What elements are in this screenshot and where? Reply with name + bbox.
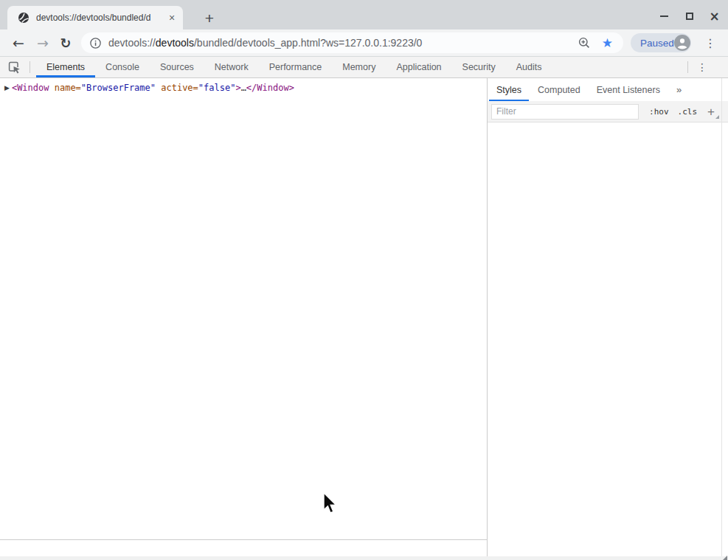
devtools-toolbar-right: ⋮ — [687, 57, 728, 77]
url-host: devtools — [156, 37, 194, 49]
page-info-icon[interactable] — [90, 38, 101, 49]
tab-console[interactable]: Console — [95, 57, 150, 77]
url-path: /bundled/devtools_app.html?ws=127.0.0.1:… — [194, 37, 422, 49]
browser-toolbar: ← → ↻ devtools://devtools/bundled/devtoo… — [0, 30, 728, 57]
reload-button[interactable]: ↻ — [56, 30, 75, 56]
profile-avatar-icon — [674, 35, 690, 51]
window-close-button[interactable]: × — [710, 12, 719, 21]
window-close-icon: × — [709, 12, 719, 21]
globe-favicon-icon — [18, 12, 30, 24]
sidebar-tabs: Styles Computed Event Listeners » — [488, 78, 728, 101]
close-tag: </Window> — [246, 83, 294, 93]
tab-computed[interactable]: Computed — [530, 78, 588, 101]
tab-event-listeners[interactable]: Event Listeners — [589, 78, 668, 101]
attr2-name: active= — [156, 83, 198, 93]
browser-tab[interactable]: devtools://devtools/bundled/d × — [7, 6, 183, 30]
resize-grip-icon[interactable] — [723, 556, 727, 560]
window-minimize-button[interactable] — [659, 12, 669, 21]
attr2-value: "false" — [198, 83, 236, 93]
devtools-panel-tabs: Elements Console Sources Network Perform… — [36, 57, 552, 77]
tab-styles[interactable]: Styles — [489, 78, 529, 101]
bookmark-star-icon[interactable]: ★ — [602, 35, 613, 50]
new-tab-button[interactable]: + — [199, 8, 220, 29]
sidebar-scrollbar-gutter[interactable] — [721, 78, 722, 556]
devtools-menu-icon[interactable]: ⋮ — [693, 57, 712, 77]
url-text[interactable]: devtools://devtools/bundled/devtools_app… — [108, 37, 422, 49]
profile-paused-chip[interactable]: Paused — [631, 33, 691, 52]
window-controls: × — [659, 6, 719, 27]
new-style-rule-button[interactable]: + — [707, 106, 715, 118]
elements-breadcrumb-bar — [0, 541, 487, 556]
tab-elements[interactable]: Elements — [36, 57, 95, 77]
tab-application[interactable]: Application — [386, 57, 451, 77]
inspect-element-icon[interactable] — [3, 57, 25, 77]
toolbar-divider — [30, 61, 30, 73]
tab-sources[interactable]: Sources — [150, 57, 204, 77]
dropdown-corner-icon — [715, 115, 719, 119]
sidebar-overflow-icon[interactable]: » — [670, 78, 687, 101]
devtools-toolbar: Elements Console Sources Network Perform… — [0, 57, 728, 78]
toolbar-divider — [687, 61, 688, 73]
element-classes-button[interactable]: .cls — [678, 107, 698, 117]
window-bottom-edge — [0, 556, 728, 560]
tab-close-icon[interactable]: × — [165, 11, 178, 24]
back-button[interactable]: ← — [9, 30, 28, 56]
styles-filter-bar: :hov .cls + — [488, 101, 728, 122]
elements-tree-pane[interactable]: ▶<Window name="BrowserFrame" active="fal… — [0, 78, 487, 540]
attr1-value: "BrowserFrame" — [81, 83, 156, 93]
tab-memory[interactable]: Memory — [332, 57, 386, 77]
toggle-element-state-button[interactable]: :hov — [649, 107, 669, 117]
collapsed-ellipsis[interactable]: … — [241, 83, 246, 93]
browser-menu-icon[interactable]: ⋮ — [702, 30, 718, 56]
window-maximize-button[interactable] — [684, 12, 694, 21]
styles-sidebar: Styles Computed Event Listeners » :hov .… — [488, 78, 728, 556]
tab-network[interactable]: Network — [204, 57, 259, 77]
attr1-name: name= — [49, 83, 81, 93]
paused-label: Paused — [640, 38, 674, 49]
url-scheme: devtools:// — [108, 37, 156, 49]
tab-performance[interactable]: Performance — [259, 57, 333, 77]
address-bar[interactable]: devtools://devtools/bundled/devtools_app… — [81, 32, 623, 53]
zoom-icon[interactable] — [578, 37, 590, 49]
minimize-icon — [660, 15, 668, 17]
plus-icon: + — [707, 105, 715, 119]
forward-button[interactable]: → — [33, 30, 52, 56]
maximize-icon — [686, 13, 693, 20]
dom-tree-node[interactable]: ▶<Window name="BrowserFrame" active="fal… — [0, 78, 487, 94]
tag-end: > — [235, 83, 240, 93]
open-tag: <Window — [12, 83, 49, 93]
tab-audits[interactable]: Audits — [506, 57, 552, 77]
tab-security[interactable]: Security — [452, 57, 506, 77]
disclosure-triangle-icon[interactable]: ▶ — [4, 83, 10, 94]
tab-title: devtools://devtools/bundled/d — [36, 13, 162, 23]
tab-strip: devtools://devtools/bundled/d × + × — [0, 0, 728, 30]
styles-filter-input[interactable] — [491, 104, 639, 120]
